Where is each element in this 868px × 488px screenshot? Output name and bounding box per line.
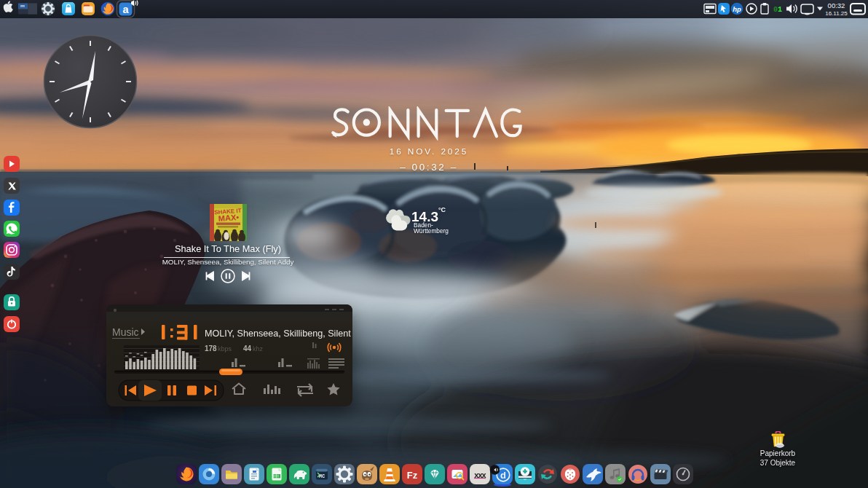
svg-text:MOLIY, Shenseea, Skillibeng, S: MOLIY, Shenseea, Skillibeng, Silent <box>205 328 351 339</box>
svg-text:hp: hp <box>733 5 741 13</box>
svg-text:Music: Music <box>112 326 139 338</box>
svg-text:d: d <box>500 470 506 481</box>
svg-text:16.11.25: 16.11.25 <box>825 10 848 17</box>
svg-text:178: 178 <box>205 345 217 353</box>
svg-text:44: 44 <box>243 345 252 353</box>
svg-text:kbps: kbps <box>218 345 232 353</box>
svg-text:a: a <box>122 4 129 15</box>
svg-text:MC: MC <box>319 473 325 479</box>
svg-text:MAX•: MAX• <box>218 213 239 223</box>
svg-text:Fz: Fz <box>407 470 418 481</box>
svg-text:01: 01 <box>773 6 782 14</box>
svg-text:00:32: 00:32 <box>828 1 845 9</box>
svg-text:khz: khz <box>253 345 264 353</box>
svg-text:xxx: xxx <box>474 471 486 479</box>
